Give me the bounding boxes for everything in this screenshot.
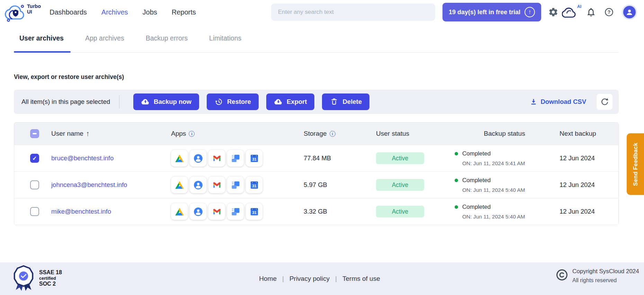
next-backup-date: 12 Jun 2024 bbox=[560, 181, 595, 189]
nav-jobs[interactable]: Jobs bbox=[143, 8, 157, 16]
restore-button[interactable]: Restore bbox=[207, 93, 259, 110]
gmail-icon bbox=[208, 150, 225, 167]
restore-history-icon bbox=[214, 97, 223, 106]
google-sites-icon bbox=[227, 177, 244, 193]
table-row: mike@benchtest.info 3.32 GB Active Compl… bbox=[14, 198, 618, 225]
column-apps: Apps bbox=[171, 130, 186, 137]
backup-status-text: Completed bbox=[462, 177, 491, 184]
column-next-backup: Next backup bbox=[560, 130, 596, 137]
user-status-badge: Active bbox=[376, 152, 424, 164]
download-icon bbox=[529, 98, 538, 106]
backup-now-button[interactable]: Backup now bbox=[133, 93, 199, 110]
notifications-bell-icon[interactable] bbox=[586, 7, 596, 17]
tab-user-archives[interactable]: User archives bbox=[17, 24, 66, 52]
row-checkbox[interactable] bbox=[30, 180, 39, 189]
free-trial-button[interactable]: 19 day(s) left in free trial ↑ bbox=[442, 3, 541, 21]
soc2-certification-badge: SSAE 18 certified SOC 2 bbox=[12, 265, 62, 292]
export-button[interactable]: Export bbox=[266, 93, 315, 110]
copyright-line-2: All rights reserved bbox=[572, 277, 639, 284]
nav-dashboards[interactable]: Dashboards bbox=[50, 8, 87, 16]
google-calendar-icon bbox=[246, 150, 262, 167]
ai-cloud-icon[interactable]: AI bbox=[562, 6, 577, 19]
bulk-actions-toolbar: All item(s) in this page selected Backup… bbox=[14, 90, 619, 114]
search-input[interactable] bbox=[271, 3, 435, 21]
badge-line-1: SSAE 18 bbox=[39, 269, 62, 276]
copyright-line-1: Copyright SysCloud 2024 bbox=[572, 268, 639, 275]
upgrade-arrow-icon: ↑ bbox=[525, 7, 535, 17]
column-storage: Storage bbox=[304, 130, 327, 137]
footer-divider: | bbox=[282, 275, 284, 283]
cloud-logo-icon bbox=[4, 2, 27, 23]
top-navbar: Turbo UI Dashboards Archives Jobs Report… bbox=[0, 0, 644, 24]
refresh-button[interactable] bbox=[597, 94, 612, 110]
google-calendar-icon bbox=[246, 177, 262, 193]
download-csv-link[interactable]: Download CSV bbox=[529, 98, 586, 106]
sort-ascending-icon[interactable]: ↑ bbox=[86, 129, 90, 138]
tab-limitations[interactable]: Limitations bbox=[206, 24, 244, 52]
page-title: View, export or restore user archive(s) bbox=[14, 73, 644, 81]
backup-on-timestamp: ON: Jun 11, 2024 5:40 AM bbox=[462, 214, 525, 220]
storage-info-icon[interactable]: i bbox=[330, 131, 336, 137]
footer-link-home[interactable]: Home bbox=[259, 275, 277, 283]
table-row: ✓ bruce@benchtest.info 77.84 MB Active C… bbox=[14, 145, 618, 171]
trash-icon bbox=[330, 97, 339, 106]
row-checkbox[interactable] bbox=[30, 207, 39, 216]
cloud-upload-icon bbox=[141, 97, 150, 106]
badge-line-2: certified bbox=[39, 276, 62, 281]
backup-status-text: Completed bbox=[462, 150, 491, 157]
logo-text: Turbo UI bbox=[27, 3, 42, 15]
account-avatar[interactable] bbox=[622, 5, 637, 20]
apps-info-icon[interactable]: i bbox=[189, 131, 195, 137]
footer-link-privacy-policy[interactable]: Privacy policy bbox=[289, 275, 330, 283]
footer-links: Home | Privacy policy | Terms of use bbox=[259, 275, 380, 283]
user-email-link[interactable]: mike@benchtest.info bbox=[51, 208, 111, 215]
help-icon[interactable] bbox=[604, 7, 614, 17]
archive-tabs: User archives App archives Backup errors… bbox=[14, 24, 619, 53]
user-email-link[interactable]: johncena3@benchtest.info bbox=[51, 181, 127, 189]
google-drive-icon bbox=[171, 150, 188, 167]
ai-label: AI bbox=[577, 4, 581, 9]
backup-on-timestamp: ON: Jun 11, 2024 5:41 AM bbox=[462, 160, 525, 167]
google-contacts-icon bbox=[190, 203, 206, 220]
page-footer: SSAE 18 certified SOC 2 Home | Privacy p… bbox=[0, 262, 644, 295]
completed-dot-icon bbox=[455, 205, 458, 209]
user-archives-table: User name ↑ Apps i Storage i User status… bbox=[14, 122, 619, 225]
app-logo[interactable]: Turbo UI bbox=[4, 1, 42, 24]
footer-link-terms-of-use[interactable]: Terms of use bbox=[342, 275, 380, 283]
google-calendar-icon bbox=[246, 203, 262, 220]
trial-label: 19 day(s) left in free trial bbox=[449, 9, 520, 16]
google-contacts-icon bbox=[190, 177, 206, 193]
select-all-checkbox[interactable] bbox=[30, 129, 39, 138]
avatar-person-icon bbox=[623, 6, 636, 18]
certification-ribbon-icon bbox=[12, 265, 35, 292]
column-backup-status: Backup status bbox=[484, 130, 525, 137]
google-sites-icon bbox=[227, 203, 244, 220]
user-status-badge: Active bbox=[376, 206, 424, 217]
indeterminate-dash-icon bbox=[33, 133, 37, 134]
badge-line-3: SOC 2 bbox=[39, 281, 62, 287]
app-window: Turbo UI Dashboards Archives Jobs Report… bbox=[0, 0, 644, 295]
storage-value: 5.97 GB bbox=[304, 181, 327, 189]
settings-gear-icon[interactable] bbox=[548, 7, 558, 17]
nav-reports[interactable]: Reports bbox=[172, 8, 196, 16]
backup-status-text: Completed bbox=[462, 204, 491, 211]
row-checkbox[interactable]: ✓ bbox=[30, 154, 39, 163]
completed-dot-icon bbox=[455, 179, 458, 182]
column-user-status: User status bbox=[376, 130, 409, 137]
tab-app-archives[interactable]: App archives bbox=[82, 24, 127, 52]
selection-status-text: All item(s) in this page selected bbox=[21, 98, 110, 106]
nav-archives[interactable]: Archives bbox=[101, 8, 128, 16]
gmail-icon bbox=[208, 203, 225, 220]
storage-value: 77.84 MB bbox=[304, 154, 331, 162]
delete-button[interactable]: Delete bbox=[322, 93, 369, 110]
google-sites-icon bbox=[227, 150, 244, 167]
user-email-link[interactable]: bruce@benchtest.info bbox=[51, 154, 114, 162]
refresh-icon bbox=[600, 98, 609, 106]
toolbar-divider bbox=[119, 95, 119, 108]
user-status-badge: Active bbox=[376, 179, 424, 191]
send-feedback-button[interactable]: Send Feedback bbox=[627, 133, 644, 195]
tab-backup-errors[interactable]: Backup errors bbox=[143, 24, 190, 52]
gmail-icon bbox=[208, 177, 225, 193]
backup-on-timestamp: ON: Jun 11, 2024 5:40 AM bbox=[462, 187, 525, 193]
copyright-block: Copyright SysCloud 2024 All rights reser… bbox=[556, 268, 639, 284]
